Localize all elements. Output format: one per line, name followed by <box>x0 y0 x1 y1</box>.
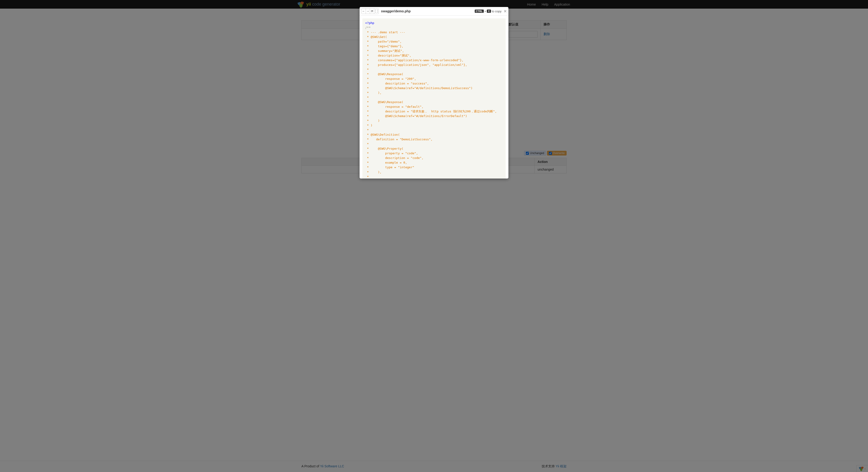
refresh-button[interactable]: ⟳ <box>370 9 374 14</box>
arrow-left-icon: ← <box>362 9 365 13</box>
modal-title: swagger/demo.php <box>381 9 411 13</box>
code-block[interactable]: <?php /** * --- .demo start --- * @SWG\G… <box>362 19 506 178</box>
fullscreen-button[interactable]: ⛶ <box>374 9 378 14</box>
modal-body[interactable]: <?php /** * --- .demo start --- * @SWG\G… <box>360 16 508 178</box>
modal-header: ← → ⟳ ⛶ swagger/demo.php CTRL + C to cop… <box>360 7 508 16</box>
kbd-c: C <box>487 9 491 13</box>
close-icon: × <box>504 9 506 14</box>
kbd-ctrl: CTRL <box>475 9 484 13</box>
close-button[interactable]: × <box>504 9 506 13</box>
prev-button[interactable]: ← <box>362 9 366 14</box>
refresh-icon: ⟳ <box>371 9 373 13</box>
arrow-right-icon: → <box>367 9 369 13</box>
expand-icon: ⛶ <box>375 9 378 13</box>
code-preview-modal: ← → ⟳ ⛶ swagger/demo.php CTRL + C to cop… <box>360 7 508 178</box>
modal-nav-buttons: ← → ⟳ ⛶ <box>362 8 379 14</box>
copy-hint: CTRL + C to copy <box>475 9 502 13</box>
next-button[interactable]: → <box>366 9 370 14</box>
